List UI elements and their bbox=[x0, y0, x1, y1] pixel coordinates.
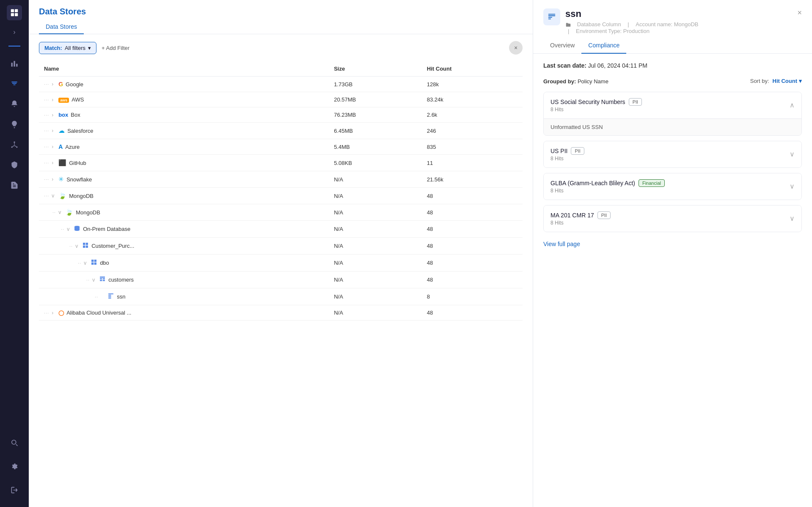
row-dots[interactable]: ··· bbox=[44, 160, 49, 165]
table-row[interactable]: ··· › aws AWS 20.57MB83.24k bbox=[39, 92, 523, 107]
row-name-text: Alibaba Cloud Universal ... bbox=[66, 310, 131, 316]
sort-by-hitcount[interactable]: Hit Count ▾ bbox=[773, 78, 802, 84]
match-filter-button[interactable]: Match: All filters ▾ bbox=[39, 42, 96, 54]
table-row[interactable]: ··· › G Google 1.73GB128k bbox=[39, 77, 523, 92]
table-row[interactable]: ··· › ☁ Salesforce 6.45MB246 bbox=[39, 123, 523, 139]
expand-icon[interactable]: v bbox=[52, 193, 56, 199]
row-dots[interactable]: ·· bbox=[95, 294, 98, 299]
expand-icon[interactable]: v bbox=[92, 277, 96, 283]
svg-rect-18 bbox=[94, 263, 96, 265]
panel-close-button[interactable]: × bbox=[797, 8, 802, 17]
expand-icon[interactable]: › bbox=[52, 81, 56, 87]
policy-card-header[interactable]: US Social Security Numbers PII 8 Hits ∧ bbox=[544, 92, 801, 118]
sidebar-item-shield[interactable] bbox=[6, 156, 23, 173]
table-row[interactable]: ··· › A Azure 5.4MB835 bbox=[39, 139, 523, 155]
row-hitcount: 246 bbox=[422, 123, 523, 139]
policy-card: US PII PII 8 Hits ∨ bbox=[543, 141, 802, 168]
table-row[interactable]: ··· › ◯ Alibaba Cloud Universal ... N/A4… bbox=[39, 305, 523, 321]
svg-point-9 bbox=[16, 146, 17, 148]
row-dots[interactable]: ··· bbox=[44, 144, 49, 149]
expand-icon[interactable]: › bbox=[52, 97, 56, 103]
sidebar-item-logout[interactable] bbox=[6, 482, 23, 499]
row-dots[interactable]: ··· bbox=[44, 82, 49, 87]
panel-header: ssn Database Column | Account name: Mong… bbox=[533, 0, 812, 54]
sidebar-item-search[interactable] bbox=[6, 434, 23, 451]
panel-tab-overview[interactable]: Overview bbox=[543, 38, 581, 54]
row-dots[interactable]: ··· bbox=[44, 128, 49, 133]
row-dots[interactable]: ·· bbox=[78, 260, 81, 266]
table-row[interactable]: ·· v 🍃 MongoDB N/A48 bbox=[39, 204, 523, 221]
sidebar-item-settings[interactable] bbox=[6, 458, 23, 475]
svg-rect-4 bbox=[11, 63, 13, 66]
policy-card-header[interactable]: MA 201 CMR 17 PII 8 Hits ∨ bbox=[544, 206, 801, 232]
sidebar-item-lightbulb[interactable] bbox=[6, 116, 23, 133]
policy-tag: Financial bbox=[639, 179, 665, 187]
sidebar-item-reports[interactable] bbox=[6, 177, 23, 194]
expand-icon[interactable]: v bbox=[84, 260, 88, 266]
tab-data-stores[interactable]: Data Stores bbox=[39, 20, 84, 34]
expand-icon[interactable]: › bbox=[52, 112, 56, 118]
policy-name: US Social Security Numbers bbox=[551, 99, 625, 105]
policy-card-header[interactable]: US PII PII 8 Hits ∨ bbox=[544, 141, 801, 167]
expand-icon[interactable]: v bbox=[67, 226, 71, 232]
close-filter-button[interactable]: × bbox=[509, 41, 523, 55]
table-row[interactable]: ··· v 🍃 MongoDB N/A48 bbox=[39, 188, 523, 204]
table-row[interactable]: ·· ssn N/A8 bbox=[39, 288, 523, 305]
row-dots[interactable]: ··· bbox=[44, 112, 49, 118]
row-dots[interactable]: ··· bbox=[44, 193, 49, 198]
sidebar-bottom bbox=[6, 434, 23, 502]
close-icon: × bbox=[514, 44, 517, 51]
panel-title-text: ssn bbox=[565, 8, 701, 19]
expand-icon[interactable]: › bbox=[52, 310, 56, 316]
sidebar-item-datastores[interactable] bbox=[6, 75, 23, 92]
policy-info: GLBA (Gramm-Leach Bliley Act) Financial … bbox=[551, 179, 665, 194]
expand-icon[interactable]: › bbox=[52, 176, 56, 182]
view-full-page-link[interactable]: View full page bbox=[543, 241, 580, 247]
table-row[interactable]: ·· v Customer_Purc... N/A48 bbox=[39, 238, 523, 255]
expand-icon[interactable]: › bbox=[52, 128, 56, 134]
row-dots[interactable]: ··· bbox=[44, 177, 49, 182]
svg-rect-1 bbox=[15, 9, 18, 12]
table-row[interactable]: ·· v dbo N/A48 bbox=[39, 255, 523, 271]
table-row[interactable]: ··· › ✳ Snowflake N/A21.56k bbox=[39, 171, 523, 188]
table-row[interactable]: ··· › ⬛ GitHub 5.08KB11 bbox=[39, 155, 523, 171]
row-logo bbox=[82, 242, 89, 250]
row-name-text: On-Prem Database bbox=[83, 226, 130, 232]
expand-icon[interactable]: v bbox=[58, 209, 63, 215]
row-size: N/A bbox=[329, 288, 422, 305]
svg-point-8 bbox=[11, 146, 13, 148]
row-dots[interactable]: ··· bbox=[44, 97, 49, 102]
row-name-text: Box bbox=[71, 112, 80, 118]
row-dots[interactable]: ··· bbox=[44, 310, 49, 315]
row-name-text: Google bbox=[66, 81, 83, 88]
data-table-wrapper: Name Size Hit Count ··· › G Google 1.73G… bbox=[29, 61, 533, 507]
policy-hits: 8 Hits bbox=[551, 220, 611, 226]
sidebar-item-bell[interactable] bbox=[6, 96, 23, 112]
right-panel: ssn Database Column | Account name: Mong… bbox=[533, 0, 812, 507]
row-logo: ☁ bbox=[58, 127, 65, 134]
row-hitcount: 48 bbox=[422, 204, 523, 221]
row-dots[interactable]: ·· bbox=[86, 277, 90, 282]
table-row[interactable]: ··· › box Box 76.23MB2.6k bbox=[39, 107, 523, 123]
row-dots[interactable]: ·· bbox=[52, 210, 56, 215]
add-filter-button[interactable]: + Add Filter bbox=[102, 45, 129, 51]
sort-by-row: Sort by: Hit Count ▾ bbox=[750, 78, 802, 84]
row-name-text: Azure bbox=[65, 144, 80, 150]
table-row[interactable]: ·· v customers N/A48 bbox=[39, 271, 523, 288]
sort-chevron-down-icon: ▾ bbox=[799, 78, 802, 84]
page-title-row: Data Stores bbox=[39, 7, 523, 16]
table-row[interactable]: ·· v On-Prem Database N/A48 bbox=[39, 221, 523, 238]
row-dots[interactable]: ·· bbox=[69, 244, 73, 249]
expand-icon[interactable]: › bbox=[52, 144, 56, 150]
sidebar-toggle-icon[interactable]: › bbox=[9, 27, 19, 37]
expand-icon[interactable]: v bbox=[75, 243, 80, 249]
svg-rect-16 bbox=[94, 260, 96, 262]
svg-rect-19 bbox=[100, 277, 105, 278]
panel-tab-compliance[interactable]: Compliance bbox=[581, 38, 626, 54]
row-dots[interactable]: ·· bbox=[61, 227, 64, 232]
sidebar-item-network[interactable] bbox=[6, 136, 23, 153]
expand-icon[interactable]: › bbox=[52, 160, 56, 166]
sidebar-item-analytics[interactable] bbox=[6, 55, 23, 72]
policy-card-header[interactable]: GLBA (Gramm-Leach Bliley Act) Financial … bbox=[544, 173, 801, 200]
panel-title-row: ssn Database Column | Account name: Mong… bbox=[543, 8, 802, 34]
